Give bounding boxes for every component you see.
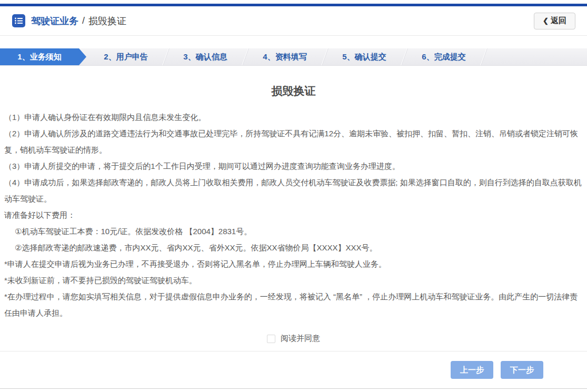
notice-fee-item: ②选择邮政寄递的邮政速递费，市内XX元、省内XX元、省外XX元。依据XX省物价局…	[4, 239, 583, 256]
back-button-label: 返回	[551, 16, 566, 26]
next-step-button[interactable]: 下一步	[501, 361, 543, 379]
notice-paragraph: （1）申请人确认身份证在有效期限内且信息未发生变化。	[4, 109, 583, 125]
notice-warning: *申请人在提交申请后视为业务已办理，不再接受退办，否则将记入黑名单，停止办理网上…	[4, 256, 583, 272]
breadcrumb-separator: /	[82, 15, 85, 26]
agree-label: 阅读并同意	[281, 334, 320, 344]
notice-warning: *未收到新证前，请不要持已损毁的驾驶证驾驶机动车。	[4, 272, 583, 288]
step-6-complete[interactable]: 6、完成提交	[404, 48, 483, 65]
notice-text-block: （1）申请人确认身份证在有效期限内且信息未发生变化。 （2）申请人确认所涉及的道…	[0, 98, 587, 321]
back-button[interactable]: ❮ 返回	[534, 13, 575, 29]
breadcrumb-current: 损毁换证	[88, 15, 126, 27]
agreement-row: 阅读并同意	[0, 334, 587, 344]
breadcrumb-category: 驾驶证业务	[31, 15, 78, 27]
step-2-declaration[interactable]: 2、用户申告	[86, 48, 165, 65]
page-header: 驾驶证业务 / 损毁换证 ❮ 返回	[0, 6, 587, 36]
notice-paragraph: 请准备好以下费用：	[4, 207, 583, 223]
agree-checkbox[interactable]	[267, 335, 275, 343]
page-title: 损毁换证	[0, 84, 587, 98]
footer-action-bar: 上一步 下一步	[0, 351, 587, 389]
steps-filler	[484, 48, 587, 65]
notice-paragraph: （4）申请成功后，如果选择邮政寄递的，邮政人员将上门收取相关费用，邮政人员交付机…	[4, 174, 583, 207]
notice-paragraph: （2）申请人确认所涉及的道路交通违法行为和交通事故已处理完毕，所持驾驶证不具有记…	[4, 125, 583, 158]
step-4-fill-materials[interactable]: 4、资料填写	[245, 48, 324, 65]
list-form-icon	[12, 14, 26, 28]
step-3-confirm-info[interactable]: 3、确认信息	[166, 48, 245, 65]
chevron-left-icon: ❮	[543, 17, 549, 25]
step-progress-bar: 1、业务须知 2、用户申告 3、确认信息 4、资料填写 5、确认提交 6、完成提…	[0, 48, 587, 66]
notice-fee-item: ①机动车驾驶证工本费：10元/证。依据发改价格 【2004】2831号。	[4, 223, 583, 239]
step-5-confirm-submit[interactable]: 5、确认提交	[325, 48, 404, 65]
step-1-notice[interactable]: 1、业务须知	[0, 48, 86, 65]
notice-paragraph: （3）申请人所提交的申请，将于提交后的1个工作日内受理，期间可以通过网办进度查询…	[4, 158, 583, 174]
previous-step-button[interactable]: 上一步	[451, 361, 493, 379]
notice-warning: *在办理过程中，请您如实填写相关信息，对于提供虚假信息申办业务的，一经发现，将被…	[4, 288, 583, 321]
